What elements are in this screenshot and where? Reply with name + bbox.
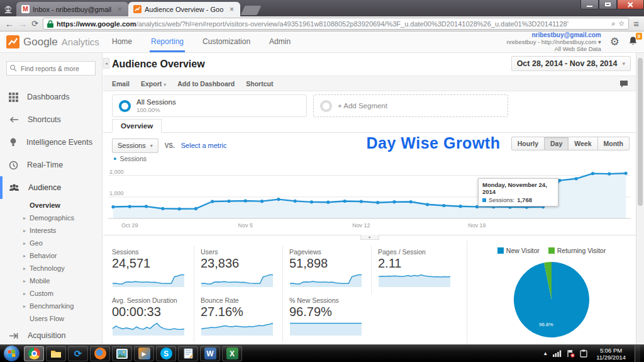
taskbar-chrome[interactable] (24, 346, 44, 361)
close-button[interactable] (617, 0, 644, 9)
sidebar-item-acquisition[interactable]: Acquisition (0, 326, 102, 344)
sidebar-item-technology[interactable]: ▸Technology (0, 262, 102, 274)
sparkline-sessions (112, 279, 185, 290)
chrome-menu-icon[interactable]: ≡ (633, 18, 639, 29)
new-tab-button[interactable] (241, 6, 262, 15)
metric-dropdown[interactable]: Sessions▾ (112, 139, 158, 153)
taskbar-media-player[interactable]: ▶ (134, 346, 154, 361)
sidebar-item-dashboards[interactable]: Dashboards (0, 86, 102, 108)
add-segment-button[interactable]: + Add Segment (313, 94, 508, 117)
account-email: nribestbuy@gmail.com (506, 31, 601, 38)
sidebar-search[interactable] (6, 61, 96, 76)
taskbar-word[interactable]: W (200, 346, 220, 361)
sidebar-item-custom[interactable]: ▸Custom (0, 287, 102, 300)
card-bounce-rate[interactable]: Bounce Rate 27.16% (201, 294, 283, 342)
card-pages-session[interactable]: Pages / Session 2.11 (378, 246, 460, 294)
close-tab-icon[interactable]: × (116, 6, 123, 13)
chevron-down-icon: ▾ (164, 82, 166, 88)
show-desktop-button[interactable] (635, 345, 640, 362)
taskbar-clock[interactable]: 5:06 PM 11/29/2014 (592, 347, 630, 361)
address-bar[interactable]: https://www.google.com/analytics/web/?hl… (43, 18, 629, 30)
chevron-down-icon: ▾ (622, 60, 625, 67)
analytics-logo[interactable]: Google Analytics (6, 35, 102, 48)
annotation-day-wise-growth: Day Wise Growth (348, 134, 518, 152)
sidebar-item-demographics[interactable]: ▸Demographics (0, 212, 102, 224)
shortcut-button[interactable]: Shortcut (246, 80, 273, 88)
nav-reporting[interactable]: Reporting (150, 31, 185, 52)
window-controls (580, 0, 644, 9)
start-button[interactable] (4, 346, 19, 361)
granularity-month[interactable]: Month (598, 137, 630, 150)
granularity-week[interactable]: Week (569, 137, 597, 150)
card-pageviews[interactable]: Pageviews 51,898 (289, 246, 372, 294)
taskbar-excel[interactable]: X (222, 346, 242, 361)
taskbar-firefox[interactable] (90, 346, 110, 361)
screen: M Inbox - nribestbuy@gmail × Audience Ov… (0, 0, 644, 362)
account-switcher[interactable]: nribestbuy@gmail.com nrebestbuy - http:/… (506, 31, 601, 52)
sidebar-item-users-flow[interactable]: Users Flow (0, 312, 102, 325)
sessions-line-chart[interactable]: 1,0002,000Oct 29Nov 5Nov 12Nov 19 Monday… (103, 163, 636, 235)
visitor-type-pie-chart[interactable]: 96.8% (511, 259, 592, 340)
notifications[interactable]: 3 (628, 36, 638, 48)
sidebar-item-benchmarking[interactable]: ▸Benchmarking (0, 300, 102, 312)
sidebar-item-real-time[interactable]: Real-Time (0, 154, 102, 176)
card-users[interactable]: Users 23,836 (201, 246, 283, 294)
card-label: % New Sessions (289, 297, 367, 304)
maximize-button[interactable] (599, 0, 617, 9)
granularity-hourly[interactable]: Hourly (511, 137, 545, 150)
sidebar-item-interests[interactable]: ▸Interests (0, 224, 102, 237)
page-scrollbar[interactable] (636, 53, 644, 344)
sidebar-item-mobile[interactable]: ▸Mobile (0, 274, 102, 287)
summary-area: Sessions 24,571 Users 23,836 Pageviews 5… (103, 240, 636, 344)
select-metric-link[interactable]: Select a metric (181, 142, 227, 149)
scrollbar-thumb[interactable] (638, 58, 643, 206)
sidebar-item-overview[interactable]: Overview (0, 199, 102, 212)
sidebar-item-geo[interactable]: ▸Geo (0, 237, 102, 249)
alert-flag-icon[interactable] (567, 349, 575, 358)
browser-tab-strip: M Inbox - nribestbuy@gmail × Audience Ov… (0, 0, 644, 16)
analytics-icon (133, 5, 142, 13)
nav-admin[interactable]: Admin (268, 31, 292, 52)
sidebar-item-shortcuts[interactable]: Shortcuts (0, 108, 102, 131)
action-center-icon[interactable] (580, 349, 587, 358)
taskbar-notepad[interactable] (178, 346, 198, 361)
back-icon[interactable]: ← (5, 20, 14, 28)
taskbar-sync[interactable]: ⟳ (68, 346, 88, 361)
reload-icon[interactable]: ⟳ (31, 19, 38, 28)
segments-row: All Sessions 100.00% + Add Segment (103, 91, 636, 119)
feedback-icon[interactable] (619, 79, 628, 91)
close-tab-icon[interactable]: × (228, 6, 235, 13)
email-button[interactable]: Email (112, 80, 130, 88)
account-view: All Web Site Data (506, 45, 601, 52)
tab-analytics[interactable]: Audience Overview - Goo × (128, 2, 240, 16)
add-to-dashboard-button[interactable]: Add to Dashboard (177, 80, 235, 88)
profile-avatar-icon[interactable] (0, 3, 16, 16)
export-button[interactable]: Export ▾ (141, 80, 166, 88)
sidebar-item-behavior[interactable]: ▸Behavior (0, 249, 102, 262)
taskbar-skype[interactable]: S (156, 346, 176, 361)
tab-overview[interactable]: Overview (112, 119, 162, 133)
taskbar-image-viewer[interactable] (112, 346, 132, 361)
zoom-icon[interactable]: ⌕ (611, 20, 615, 28)
network-icon[interactable] (553, 350, 562, 357)
hidden-icons-button[interactable]: ▲ (543, 351, 548, 356)
search-input[interactable] (6, 61, 96, 76)
bookmark-star-icon[interactable]: ☆ (618, 20, 625, 28)
granularity-day[interactable]: Day (545, 137, 569, 150)
tab-gmail[interactable]: M Inbox - nribestbuy@gmail × (16, 2, 128, 16)
date-range-picker[interactable]: Oct 28, 2014 - Nov 28, 2014 ▾ (511, 56, 631, 71)
chart-collapse-handle[interactable]: ▾ (360, 235, 379, 240)
card-avg-session-duration[interactable]: Avg. Session Duration 00:00:33 (112, 294, 194, 342)
card-new-sessions[interactable]: % New Sessions 96.79% (289, 294, 372, 342)
sidebar-item-intelligence-events[interactable]: Intelligence Events (0, 131, 102, 154)
nav-customization[interactable]: Customization (201, 31, 252, 52)
segment-all-sessions[interactable]: All Sessions 100.00% (112, 94, 307, 117)
gear-icon[interactable]: ⚙ (610, 35, 619, 48)
sidebar-item-audience[interactable]: Audience (0, 176, 102, 199)
taskbar-explorer[interactable] (46, 346, 66, 361)
nav-home[interactable]: Home (111, 31, 133, 52)
forward-icon[interactable]: → (18, 20, 27, 28)
browser-toolbar: ← → ⟳ https://www.google.com/analytics/w… (0, 16, 644, 31)
minimize-button[interactable] (580, 0, 599, 9)
card-sessions[interactable]: Sessions 24,571 (112, 246, 194, 294)
